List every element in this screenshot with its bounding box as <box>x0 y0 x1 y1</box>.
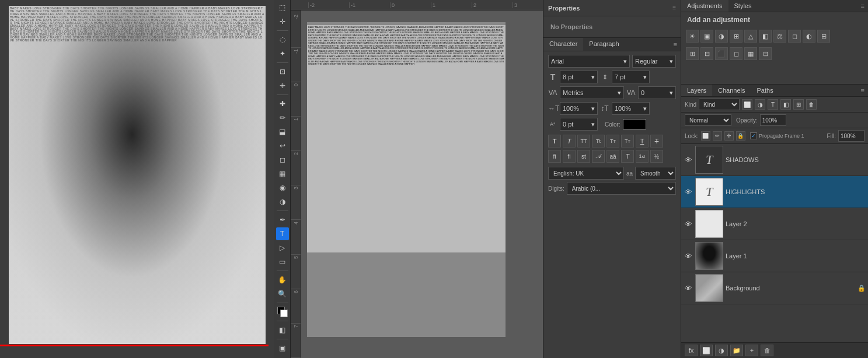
pen-tool[interactable]: ✒ <box>276 213 289 226</box>
color-lookup-btn[interactable]: ⊞ <box>686 47 699 60</box>
ornament-btn[interactable]: ﬁ <box>563 150 576 163</box>
tab-adjustments[interactable]: Adjustments <box>681 0 728 12</box>
eyedropper-tool[interactable]: ⁜ <box>276 79 289 92</box>
blur-tool[interactable]: ◉ <box>276 181 289 194</box>
ligature-st-btn[interactable]: st <box>577 150 590 163</box>
delete-filter-btn[interactable]: 🗑 <box>806 99 817 110</box>
exposure-btn[interactable]: ⊞ <box>730 30 742 43</box>
faux-italic-btn[interactable]: T <box>563 135 576 148</box>
move-tool[interactable]: ✛ <box>276 15 289 28</box>
magic-wand-tool[interactable]: ✦ <box>276 47 289 60</box>
levels-btn[interactable]: ▣ <box>700 30 713 43</box>
adjustments-panel-menu[interactable]: ≡ <box>857 2 868 9</box>
layer-item-shadows[interactable]: 👁 T SHADOWS <box>681 144 868 176</box>
hsl-btn[interactable]: ◧ <box>759 30 772 43</box>
posterize-btn[interactable]: ⬛ <box>715 47 728 60</box>
stamp-tool[interactable]: ⬓ <box>276 125 289 138</box>
layer-visibility-layer2[interactable]: 👁 <box>684 220 693 229</box>
swash-btn[interactable]: 𝒜 <box>592 150 605 163</box>
tab-layers[interactable]: Layers <box>681 85 712 96</box>
document-area[interactable]: BABY MAKES LOVE STRONGER, THE DAYS SHORT… <box>301 10 543 358</box>
fill-field[interactable] <box>838 130 864 142</box>
dodge-tool[interactable]: ◑ <box>276 195 289 208</box>
filter-adjust-btn[interactable]: ◑ <box>755 99 765 110</box>
superscript-btn[interactable]: TT <box>606 135 619 148</box>
quick-mask-btn[interactable]: ◧ <box>276 324 289 336</box>
lock-all-btn[interactable]: 🔒 <box>736 131 745 141</box>
filter-type-btn[interactable]: T <box>768 99 778 110</box>
vert-scale-field[interactable]: 100% ▾ <box>612 102 650 115</box>
ligature-fi-btn[interactable]: fi <box>548 150 561 163</box>
crop-tool[interactable]: ⊡ <box>276 65 289 78</box>
lock-image-btn[interactable]: ✏ <box>713 131 722 141</box>
all-caps-btn[interactable]: TT <box>577 135 590 148</box>
delete-layer-btn[interactable]: 🗑 <box>761 345 773 356</box>
tab-paragraph[interactable]: Paragraph <box>583 38 625 51</box>
hand-tool[interactable]: ✋ <box>276 273 289 286</box>
character-panel-menu[interactable]: ≡ <box>670 41 681 48</box>
lock-transparent-btn[interactable]: ⬜ <box>701 131 710 141</box>
lock-position-btn[interactable]: ✛ <box>724 131 734 141</box>
gradient-tool[interactable]: ▦ <box>276 167 289 180</box>
healing-tool[interactable]: ✚ <box>276 97 289 110</box>
propagate-checkbox[interactable]: ✓ <box>750 132 757 139</box>
create-fill-btn[interactable]: ◑ <box>715 345 728 356</box>
marquee-tool[interactable]: ⬚ <box>276 1 289 14</box>
filter-shape-btn[interactable]: ◧ <box>780 99 791 110</box>
tab-channels[interactable]: Channels <box>712 85 751 96</box>
small-caps-btn[interactable]: Tt <box>592 135 605 148</box>
vibrance-btn[interactable]: △ <box>744 30 757 43</box>
properties-collapse-btn[interactable]: ≡ <box>672 5 676 11</box>
digits-select[interactable]: Arabic (0... <box>567 182 676 195</box>
layer-visibility-layer1[interactable]: 👁 <box>684 252 693 261</box>
faux-bold-btn[interactable]: T <box>548 135 561 148</box>
brightness-contrast-btn[interactable]: ☀ <box>686 30 699 43</box>
eraser-tool[interactable]: ◻ <box>276 153 289 166</box>
layer-item-layer2[interactable]: 👁 Layer 2 <box>681 208 868 240</box>
shape-tool[interactable]: ▭ <box>276 255 289 268</box>
tab-paths[interactable]: Paths <box>751 85 779 96</box>
font-style-field[interactable]: Regular ▾ <box>632 55 676 68</box>
photo-filter-btn[interactable]: ◐ <box>803 30 815 43</box>
underline-btn[interactable]: T <box>636 135 649 148</box>
add-mask-btn[interactable]: ⬜ <box>700 345 713 356</box>
blend-mode-select[interactable]: Normal <box>685 114 731 126</box>
layer-item-background[interactable]: 👁 Background 🔒 <box>681 272 868 304</box>
gradient-map-btn[interactable]: ▦ <box>744 47 757 60</box>
history-brush-tool[interactable]: ↩ <box>276 139 289 152</box>
add-layer-style-btn[interactable]: fx <box>685 345 698 356</box>
path-select-tool[interactable]: ▷ <box>276 241 289 254</box>
background-color[interactable] <box>280 310 288 317</box>
invert-btn[interactable]: ⊟ <box>700 47 713 60</box>
curves-btn[interactable]: ◑ <box>715 30 728 43</box>
tab-character[interactable]: Character <box>543 38 583 51</box>
color-balance-btn[interactable]: ⚖ <box>773 30 786 43</box>
layers-panel-menu[interactable]: ≡ <box>857 87 868 94</box>
layer-visibility-background[interactable]: 👁 <box>684 284 693 293</box>
color-selector[interactable] <box>277 307 288 317</box>
brush-tool[interactable]: ✏ <box>276 111 289 124</box>
font-family-field[interactable]: Arial ▾ <box>548 55 630 68</box>
lasso-tool[interactable]: ◌ <box>276 33 289 46</box>
channel-mixer-btn[interactable]: ⊞ <box>817 30 830 43</box>
discretionary-btn[interactable]: aā <box>606 150 619 163</box>
layer-visibility-shadows[interactable]: 👁 <box>684 156 693 164</box>
bw-btn[interactable]: ◻ <box>788 30 801 43</box>
create-layer-btn[interactable]: + <box>745 345 758 356</box>
tab-styles[interactable]: Styles <box>728 0 758 12</box>
leading-field[interactable]: 7 pt ▾ <box>612 71 650 83</box>
baseline-shift-field[interactable]: 0 pt ▾ <box>560 118 598 131</box>
selective-color-btn[interactable]: ⊟ <box>759 47 772 60</box>
horiz-scale-field[interactable]: 100% ▾ <box>560 102 598 115</box>
language-select[interactable]: English: UK <box>548 167 624 180</box>
subscript-btn[interactable]: TT <box>621 135 634 148</box>
tracking-field[interactable]: 0 ▾ <box>638 86 676 99</box>
layer-item-layer1[interactable]: 👁 Layer 1 <box>681 240 868 272</box>
ordinal-btn[interactable]: 1st <box>636 150 649 163</box>
create-group-btn[interactable]: 📁 <box>730 345 743 356</box>
fraction-btn[interactable]: ½ <box>650 150 663 163</box>
threshold-btn[interactable]: ◻ <box>730 47 742 60</box>
layer-item-highlights[interactable]: 👁 T HIGHLIGHTS <box>681 176 868 208</box>
layer-visibility-highlights[interactable]: 👁 <box>684 188 693 196</box>
antialias-select[interactable]: Smooth <box>635 167 676 180</box>
